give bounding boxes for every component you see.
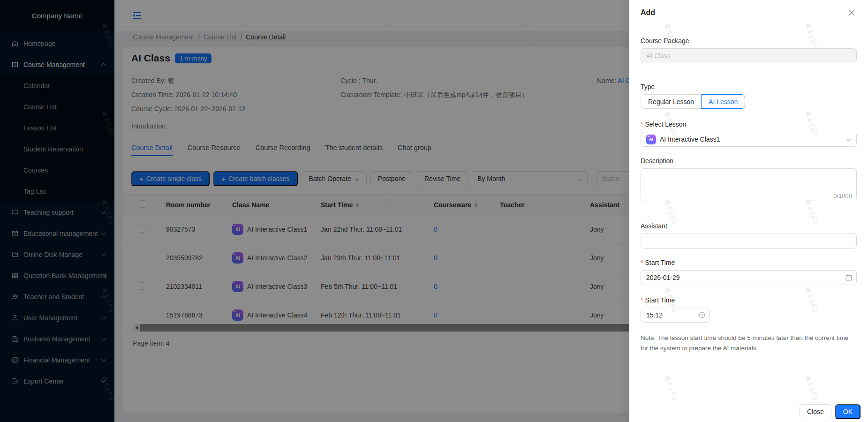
assistant-input[interactable] xyxy=(641,234,857,249)
clock-icon xyxy=(699,312,705,318)
drawer-footer: Close OK xyxy=(629,401,868,422)
char-counter: 0/1000 xyxy=(833,192,852,199)
close-icon[interactable] xyxy=(846,8,857,18)
start-time-label: Start Time xyxy=(641,295,857,305)
select-lesson-label: Select Lesson xyxy=(641,120,857,129)
assistant-label: Assistant xyxy=(641,221,857,231)
radio-ai-lesson[interactable]: AI Lesson xyxy=(701,94,745,109)
description-label: Description xyxy=(641,156,857,166)
drawer-note: Note: The lesson start time should be 5 … xyxy=(641,333,857,353)
calendar-icon xyxy=(845,274,852,281)
drawer-ok-button[interactable]: OK xyxy=(835,404,860,419)
ai-lesson-icon: AI xyxy=(646,135,656,144)
start-date-label: Start Time xyxy=(641,258,857,267)
drawer-close-button[interactable]: Close xyxy=(800,404,831,419)
type-radio-group: Regular Lesson AI Lesson xyxy=(641,94,745,109)
start-date-input[interactable] xyxy=(641,270,857,285)
radio-regular-lesson[interactable]: Regular Lesson xyxy=(641,94,702,109)
chevron-down-icon xyxy=(846,136,851,143)
type-label: Type xyxy=(641,82,857,91)
add-drawer: Add Course Package Type Regular Lesson A… xyxy=(629,0,868,422)
course-package-input xyxy=(641,48,857,63)
description-textarea[interactable] xyxy=(641,168,857,201)
drawer-header: Add xyxy=(629,0,868,25)
drawer-title: Add xyxy=(641,8,655,17)
course-package-label: Course Package xyxy=(641,36,857,45)
select-lesson-select[interactable]: AI AI Interactive Class1 xyxy=(641,132,857,147)
drawer-body: Course Package Type Regular Lesson AI Le… xyxy=(629,25,868,353)
